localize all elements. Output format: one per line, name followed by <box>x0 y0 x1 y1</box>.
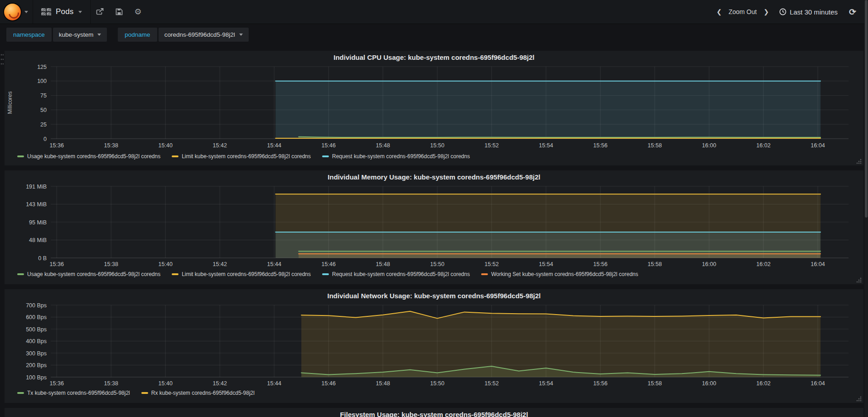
memory-usage-chart[interactable]: 0 B48 MiB95 MiB143 MiB191 MiB15:3615:381… <box>5 183 863 270</box>
panel-cpu-usage: Individual CPU Usage: kube-system coredn… <box>5 51 863 165</box>
chevron-down-icon <box>24 11 28 13</box>
panel-resize-handle[interactable] <box>856 158 862 164</box>
panel-title[interactable]: Filesystem Usage: kube-system coredns-69… <box>5 409 863 417</box>
svg-text:15:38: 15:38 <box>104 142 118 149</box>
legend-label: Tx kube-system coredns-695f96dcd5-98j2l <box>27 390 130 396</box>
panel-title[interactable]: Individual Memory Usage: kube-system cor… <box>5 172 863 183</box>
svg-text:16:02: 16:02 <box>757 380 771 387</box>
legend-item[interactable]: Request kube-system coredns-695f96dcd5-9… <box>322 153 470 160</box>
dashboard-picker[interactable]: Pods <box>33 0 90 24</box>
svg-text:16:04: 16:04 <box>811 380 825 387</box>
svg-text:16:04: 16:04 <box>811 261 825 267</box>
svg-text:16:00: 16:00 <box>702 142 716 149</box>
panel-resize-handle[interactable] <box>856 396 862 402</box>
legend-item[interactable]: Usage kube-system coredns-695f96dcd5-98j… <box>17 271 160 277</box>
svg-text:125: 125 <box>37 64 47 70</box>
svg-text:15:36: 15:36 <box>50 380 64 387</box>
save-button[interactable] <box>110 0 129 24</box>
variable-value-podname[interactable]: coredns-695f96dcd5-98j2l <box>159 28 249 42</box>
legend-color-dash <box>481 273 488 275</box>
time-range-picker[interactable]: Last 30 minutes <box>779 8 838 16</box>
scrollbar-track[interactable] <box>864 0 868 417</box>
legend-color-dash <box>172 155 178 157</box>
scrollbar-thumb[interactable] <box>865 0 868 218</box>
time-shift-forward-button[interactable]: ❯ <box>763 9 769 15</box>
dashboard-title: Pods <box>56 7 74 16</box>
legend-color-dash <box>322 273 329 275</box>
legend: Usage kube-system coredns-695f96dcd5-98j… <box>17 153 470 160</box>
svg-text:300 Bps: 300 Bps <box>26 350 47 357</box>
svg-text:48 MiB: 48 MiB <box>29 237 47 243</box>
legend-item[interactable]: Request kube-system coredns-695f96dcd5-9… <box>322 271 470 277</box>
svg-text:15:56: 15:56 <box>593 142 608 149</box>
svg-text:15:38: 15:38 <box>104 380 118 387</box>
panel-title[interactable]: Individual Network Usage: kube-system co… <box>5 291 863 301</box>
save-icon <box>116 8 123 15</box>
svg-text:15:58: 15:58 <box>648 261 662 267</box>
legend: Usage kube-system coredns-695f96dcd5-98j… <box>17 271 638 277</box>
legend-item[interactable]: Rx kube-system coredns-695f96dcd5-98j2l <box>141 390 255 396</box>
svg-text:500 Bps: 500 Bps <box>26 326 47 333</box>
svg-text:143 MiB: 143 MiB <box>26 201 47 208</box>
svg-text:95 MiB: 95 MiB <box>29 219 47 226</box>
legend-color-dash <box>172 273 178 275</box>
svg-text:600 Bps: 600 Bps <box>26 314 47 320</box>
svg-text:15:38: 15:38 <box>104 261 118 267</box>
chevron-down-icon <box>239 34 243 36</box>
legend-item[interactable]: Working Set kube-system coredns-695f96dc… <box>481 271 638 277</box>
cpu-usage-chart[interactable]: 025507510012515:3615:3815:4015:4215:4415… <box>5 63 863 152</box>
svg-text:15:54: 15:54 <box>539 261 553 267</box>
svg-text:15:42: 15:42 <box>213 380 227 387</box>
legend-item[interactable]: Usage kube-system coredns-695f96dcd5-98j… <box>17 153 160 160</box>
svg-text:16:00: 16:00 <box>702 380 716 387</box>
svg-text:15:44: 15:44 <box>267 261 281 267</box>
svg-text:0 B: 0 B <box>38 255 47 262</box>
legend-item[interactable]: Tx kube-system coredns-695f96dcd5-98j2l <box>17 390 130 396</box>
legend-label: Working Set kube-system coredns-695f96dc… <box>491 271 638 277</box>
zoom-out-button[interactable]: Zoom Out <box>728 8 757 15</box>
variable-label-namespace: namespace <box>6 28 52 42</box>
svg-text:15:40: 15:40 <box>159 261 173 267</box>
svg-text:16:00: 16:00 <box>702 261 716 267</box>
grafana-menu[interactable] <box>0 0 33 24</box>
svg-text:16:04: 16:04 <box>811 142 825 149</box>
template-variable-row: namespace kube-system podname coredns-69… <box>0 24 868 45</box>
gear-icon: ⚙ <box>134 8 141 16</box>
svg-text:15:58: 15:58 <box>648 142 662 149</box>
svg-text:0: 0 <box>43 136 47 142</box>
svg-text:15:48: 15:48 <box>376 261 390 267</box>
legend-item[interactable]: Limit kube-system coredns-695f96dcd5-98j… <box>172 271 311 277</box>
grafana-logo-icon[interactable] <box>4 4 21 20</box>
svg-text:15:44: 15:44 <box>267 380 281 387</box>
svg-text:15:48: 15:48 <box>376 142 390 149</box>
row-drag-handle[interactable] <box>0 53 4 68</box>
dashboard-grid-icon <box>41 8 51 15</box>
legend-label: Request kube-system coredns-695f96dcd5-9… <box>332 271 470 277</box>
panel-resize-handle[interactable] <box>856 277 862 283</box>
chevron-down-icon <box>78 11 82 13</box>
panel-network-usage: Individual Network Usage: kube-system co… <box>5 289 863 403</box>
settings-button[interactable]: ⚙ <box>129 0 148 24</box>
svg-text:191 MiB: 191 MiB <box>26 184 47 190</box>
svg-text:100 Bps: 100 Bps <box>26 374 47 381</box>
svg-text:15:50: 15:50 <box>430 142 444 149</box>
refresh-button[interactable]: ⟳ <box>849 8 856 16</box>
svg-text:25: 25 <box>40 121 47 128</box>
time-shift-back-button[interactable]: ❮ <box>716 9 722 15</box>
svg-text:15:58: 15:58 <box>648 380 662 387</box>
variable-value-namespace[interactable]: kube-system <box>53 28 107 42</box>
svg-text:Millicores: Millicores <box>7 91 13 114</box>
svg-text:15:40: 15:40 <box>159 380 173 387</box>
svg-text:15:36: 15:36 <box>50 142 64 149</box>
svg-text:15:56: 15:56 <box>593 261 608 267</box>
network-usage-chart[interactable]: 100 Bps200 Bps300 Bps400 Bps500 Bps600 B… <box>5 301 863 388</box>
svg-text:400 Bps: 400 Bps <box>26 338 47 344</box>
legend-label: Rx kube-system coredns-695f96dcd5-98j2l <box>151 390 255 396</box>
share-button[interactable] <box>91 0 110 24</box>
legend-item[interactable]: Limit kube-system coredns-695f96dcd5-98j… <box>172 153 311 160</box>
chevron-down-icon <box>97 34 101 36</box>
svg-text:50: 50 <box>40 107 47 113</box>
panel-title[interactable]: Individual CPU Usage: kube-system coredn… <box>5 52 863 63</box>
navbar: Pods ⚙ ❮ Zoom Out ❯ <box>0 0 868 24</box>
variable-label-podname: podname <box>118 28 157 42</box>
